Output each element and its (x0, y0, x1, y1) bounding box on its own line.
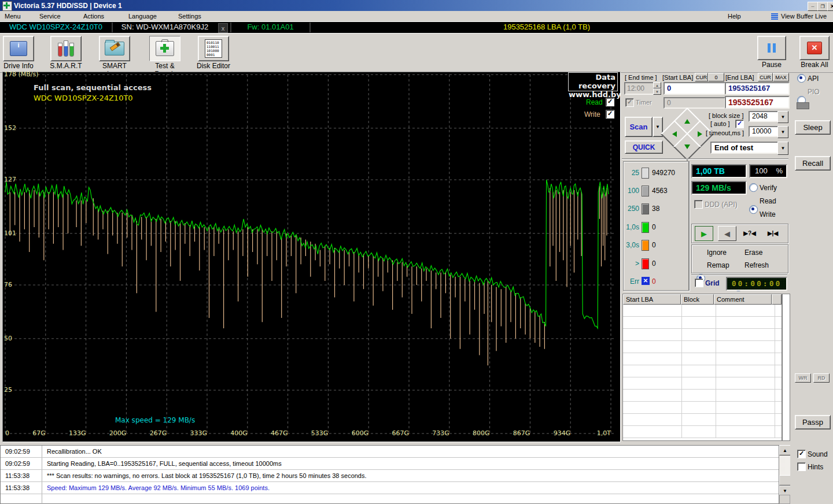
stat-marker (642, 186, 649, 197)
verify-radio[interactable] (749, 183, 758, 192)
read-legend-checkbox[interactable] (606, 98, 614, 106)
table-row[interactable] (623, 402, 782, 414)
auto-label: [ auto ] (710, 120, 730, 127)
folder-icon (105, 42, 124, 55)
toolbar-button-break-all[interactable]: ✕ Break All (798, 36, 831, 69)
table-row[interactable] (623, 305, 782, 317)
end-lba-label: [End LBA] (725, 74, 754, 81)
menu-item-language[interactable]: Language (128, 13, 157, 20)
timeout-combo[interactable]: 10000 (749, 126, 780, 137)
end-time-input[interactable]: 12:00 (624, 82, 655, 95)
start-lba-input[interactable]: 0 (664, 82, 725, 95)
write-legend-checkbox[interactable] (606, 110, 614, 118)
table-row[interactable] (623, 426, 782, 438)
scroll-thumb[interactable] (779, 475, 791, 486)
x-tick-label: 133G (61, 429, 86, 437)
block-size-combo-arrow[interactable]: ▼ (777, 111, 788, 123)
block-size-combo[interactable]: 2048 (749, 111, 780, 122)
table-row[interactable] (623, 377, 782, 390)
jump-pad (668, 114, 705, 151)
rd-button[interactable]: RD (813, 373, 830, 383)
step-back-button[interactable]: ◀ (718, 226, 736, 241)
table-row[interactable] (623, 353, 782, 365)
seek-end-button[interactable]: ▶|◀ (764, 226, 782, 240)
col-start-lba[interactable]: Start LBA (623, 294, 681, 305)
y-tick-label: 50 (4, 335, 12, 342)
seek-error-button[interactable]: ▶?◀ (741, 226, 758, 240)
read-radio[interactable] (749, 205, 758, 214)
stat-value: 949270 (652, 169, 675, 177)
timer-input[interactable]: 0 (664, 97, 725, 109)
first-aid-kit-icon (156, 41, 174, 56)
latency-stat-row: 25949270 (624, 168, 687, 178)
latency-stat-row: 1,0s0 (624, 222, 687, 232)
end-action-combo-arrow[interactable]: ▼ (777, 142, 788, 155)
table-row[interactable] (623, 414, 782, 426)
seek-end-icon: ▶|◀ (768, 230, 778, 236)
end-time-spinner[interactable]: ▲ ▼ (653, 82, 661, 95)
table-row[interactable] (623, 341, 782, 353)
right-rail: API PIO Sleep Recall WR RD Passp (791, 72, 833, 441)
play-button[interactable]: ▶ (695, 226, 713, 241)
passp-button[interactable]: Passp (795, 415, 831, 429)
log-scrollbar[interactable]: ▲ ▼ (779, 445, 790, 495)
toolbar-button-drive-info[interactable]: i Drive Info (2, 36, 35, 70)
start-lba-cur-button[interactable]: CUR (695, 73, 708, 81)
toolbar-button-disk-editor[interactable]: 0101101100111010000001 Disk Editor (196, 36, 231, 70)
log-row[interactable]: 09:02:59Recallibration... OK (1, 446, 779, 458)
end-lba-input[interactable]: 1953525167 (725, 82, 790, 95)
api-radio[interactable] (797, 74, 806, 83)
erase-label: Erase (744, 249, 762, 257)
end-lba-max-button[interactable]: MAX (773, 73, 789, 81)
log-row[interactable]: 11:53:38Speed: Maximum 129 MB/s. Average… (1, 482, 779, 494)
sound-checkbox[interactable] (797, 450, 806, 458)
wr-button[interactable]: WR (795, 373, 811, 383)
end-lba-confirm-input[interactable]: 1953525167 (725, 96, 790, 109)
table-row[interactable] (623, 390, 782, 402)
start-lba-zero-button[interactable]: 0 (708, 73, 724, 81)
x-tick-label: 733G (424, 429, 449, 437)
device-lba: 1953525168 LBA (1,0 TB) (463, 22, 631, 33)
menu-item-help[interactable]: Help (728, 13, 741, 20)
scroll-up-button[interactable]: ▲ (779, 445, 791, 455)
table-row[interactable] (623, 317, 782, 329)
elapsed-time-display: 00:00:00 (726, 277, 787, 291)
grid-checkbox[interactable] (695, 279, 703, 287)
menu-item-actions[interactable]: Actions (83, 13, 104, 20)
toolbar-button-pause[interactable]: Pause (757, 36, 787, 69)
col-comment[interactable]: Comment (714, 294, 772, 305)
timeout-combo-arrow[interactable]: ▼ (777, 126, 788, 138)
speed-graph: 178 (MB/s)152127101765025 067G133G200G26… (2, 72, 621, 442)
end-lba-cur-button[interactable]: CUR (758, 73, 773, 81)
timer-checkbox[interactable] (625, 98, 634, 107)
table-row[interactable] (623, 329, 782, 341)
table-row[interactable] (623, 365, 782, 377)
menu-item-view-buffer-live[interactable]: View Buffer Live (781, 13, 827, 20)
menu-item-service[interactable]: Service (39, 13, 61, 20)
log-row[interactable]: 09:02:59Starting Reading, LBA=0..1953525… (1, 458, 779, 470)
hints-checkbox[interactable] (797, 462, 806, 471)
auto-checkbox[interactable] (735, 120, 744, 128)
x-tick-label: 467G (263, 429, 288, 437)
restore-button[interactable]: ❐ (817, 2, 828, 11)
x-tick-label: 1,0T (585, 429, 611, 437)
menu-item-menu[interactable]: Menu (5, 13, 21, 20)
log-row[interactable]: 11:53:38*** Scan results: no warnings, n… (1, 470, 779, 482)
capacity-display: 1,00 TB (691, 164, 747, 178)
recall-button[interactable]: Recall (795, 156, 831, 171)
seek-error-icon: ▶?◀ (743, 230, 756, 236)
scan-button[interactable]: Scan (625, 117, 653, 137)
activity-indicator (797, 102, 809, 109)
col-block[interactable]: Block (681, 294, 714, 305)
quick-button[interactable]: QUICK (625, 140, 663, 154)
end-action-combo[interactable]: End of test (710, 142, 780, 154)
menu-item-settings[interactable]: Settings (178, 13, 201, 20)
latency-stat-row: >0 (624, 258, 687, 269)
sleep-button[interactable]: Sleep (795, 120, 831, 135)
toolbar-button-smart[interactable]: S.M.A.R.T (49, 36, 83, 70)
toolbar-label: Drive Info (2, 62, 35, 70)
ddd-checkbox[interactable] (694, 200, 703, 209)
close-button[interactable]: ✕ (827, 2, 833, 11)
minimize-button[interactable]: _ (808, 2, 818, 11)
device-close-button[interactable]: x (218, 23, 228, 33)
